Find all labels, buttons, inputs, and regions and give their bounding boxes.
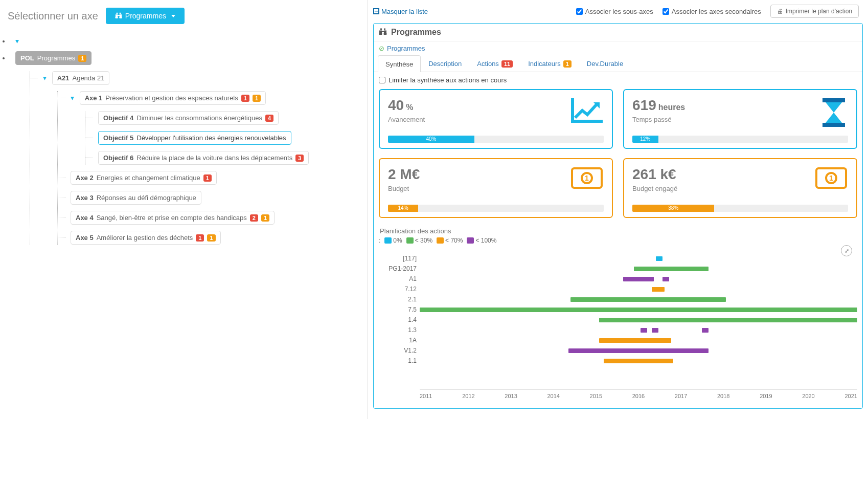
page-title: Sélectionner un axe (8, 10, 98, 22)
gantt-bar (599, 338, 671, 343)
tree-node-axe2[interactable]: Axe 2Energies et changement climatique1 (71, 171, 217, 185)
gantt-row: 7.12 (420, 284, 857, 294)
hide-list-link[interactable]: − Masquer la liste (373, 8, 428, 15)
gantt-bar (599, 318, 857, 322)
binoculars-icon (379, 28, 387, 36)
print-button[interactable]: 🖨 Imprimer le plan d'action (770, 5, 859, 18)
kpi-budget-engage: 261 k€ Budget engagé 1 38% (623, 158, 857, 218)
tab-synthese[interactable]: Synthèse (378, 55, 421, 72)
gantt-bar (641, 328, 647, 333)
gantt-row: A1 (420, 274, 857, 284)
gantt-row: 1.4 (420, 315, 857, 325)
panel-title: Programmes (391, 28, 441, 37)
gantt-row: V1.2 (420, 345, 857, 356)
tree-node-axe1[interactable]: Axe 1 Préservation et gestion des espace… (80, 91, 266, 105)
gantt-row-label: 1.1 (380, 357, 417, 364)
breadcrumb-programmes[interactable]: ⊘ Programmes (374, 41, 862, 55)
tab-devdurable[interactable]: Dev.Durable (579, 55, 631, 72)
gantt-bar (634, 267, 709, 271)
gantt-bar (570, 297, 726, 302)
gantt-bar (420, 308, 857, 312)
chevron-down-icon[interactable]: ▾ (43, 74, 50, 82)
gantt-row-label: 1.3 (380, 326, 417, 334)
kpi-avancement: 40% Avancement 40% (379, 89, 613, 149)
gantt-bar (702, 328, 709, 333)
tab-indicateurs[interactable]: Indicateurs1 (520, 55, 579, 72)
svg-text:1: 1 (829, 174, 833, 182)
chart-title: Planification des actions (380, 227, 857, 235)
gantt-row-label: 2.1 (380, 296, 417, 303)
gantt-bar (652, 328, 658, 333)
gantt-x-axis: 2011201220132014201520162017201820192020… (420, 389, 857, 399)
gantt-row: 1.1 (420, 356, 857, 366)
svg-rect-0 (571, 120, 603, 123)
tree-node-obj6[interactable]: Objectif 6Réduire la place de la voiture… (98, 151, 309, 165)
check-icon: ⊘ (379, 45, 384, 52)
assoc-subaxes-checkbox[interactable]: Associer les sous-axes (576, 8, 653, 15)
limit-synthese-checkbox[interactable]: Limiter la synthèse aux actions en cours (379, 76, 857, 84)
chevron-down-icon[interactable]: ▾ (71, 94, 78, 102)
gantt-row-label: 7.5 (380, 306, 417, 313)
gantt-row-label: [117] (380, 255, 417, 262)
gantt-bar (663, 277, 669, 281)
gantt-row-label: 1.4 (380, 316, 417, 323)
money-icon: 1 (815, 167, 847, 190)
gantt-row-label: PG1-2017 (380, 265, 417, 272)
kpi-temps: 619heures Temps passé 12% (623, 89, 857, 149)
gantt-row-label: A1 (380, 275, 417, 282)
programmes-dropdown[interactable]: Programmes (106, 8, 185, 24)
tab-actions[interactable]: Actions11 (469, 55, 520, 72)
svg-rect-2 (823, 98, 845, 102)
gantt-bar (656, 256, 663, 261)
gantt-bar (568, 348, 709, 353)
trend-up-icon (571, 98, 603, 125)
tree-node-axe4[interactable]: Axe 4Sangé, bien-être et prise en compte… (71, 211, 275, 225)
assoc-secaxes-checkbox[interactable]: Associer les axes secondaires (663, 8, 761, 15)
gantt-row: [117] (420, 253, 857, 264)
gantt-row: 1A (420, 335, 857, 345)
tab-description[interactable]: Description (421, 55, 469, 72)
gantt-row: PG1-2017 (420, 264, 857, 274)
kpi-budget: 2 M€ Budget 1 14% (379, 158, 613, 218)
svg-rect-3 (823, 123, 845, 127)
gantt-row: 1.3 (420, 325, 857, 335)
gantt-row: 2.1 (420, 294, 857, 304)
gantt-bar (604, 359, 674, 363)
tree-node-obj5[interactable]: Objectif 5Développer l'utilisation des é… (98, 131, 291, 145)
svg-rect-1 (571, 98, 574, 123)
print-icon: 🖨 (777, 8, 783, 15)
tree-node-axe3[interactable]: Axe 3Réponses au défi démographique (71, 191, 201, 205)
gantt-bar (652, 287, 665, 292)
tree-node-axe5[interactable]: Axe 5Améliorer la gestion des déchets11 (71, 231, 221, 245)
tree-node-a21[interactable]: A21 Agenda 21 (52, 71, 110, 85)
gantt-row: 7.5 (420, 304, 857, 315)
minus-square-icon: − (373, 8, 379, 14)
svg-text:1: 1 (585, 174, 589, 182)
binoculars-icon (115, 12, 122, 20)
gantt-row-label: 7.12 (380, 286, 417, 293)
chevron-down-icon (171, 15, 175, 17)
chart-legend: : 0% < 30% < 70% < 100% (379, 237, 857, 244)
gantt-row-label: 1A (380, 337, 417, 344)
hourglass-icon (820, 98, 847, 128)
gantt-chart: [117]PG1-2017A17.122.17.51.41.31AV1.21.1 (420, 253, 857, 386)
gantt-bar (623, 277, 654, 281)
tree-node-obj4[interactable]: Objectif 4Diminuer les consommations éne… (98, 111, 279, 125)
tree-node-root[interactable]: POL Programmes 1 (15, 51, 92, 65)
axis-tree: ▾ POL Programmes 1 ▾ A21 Agenda 21 (5, 37, 368, 245)
chevron-down-icon[interactable]: ▾ (15, 37, 22, 45)
gantt-row-label: V1.2 (380, 347, 417, 354)
money-icon: 1 (571, 167, 603, 190)
